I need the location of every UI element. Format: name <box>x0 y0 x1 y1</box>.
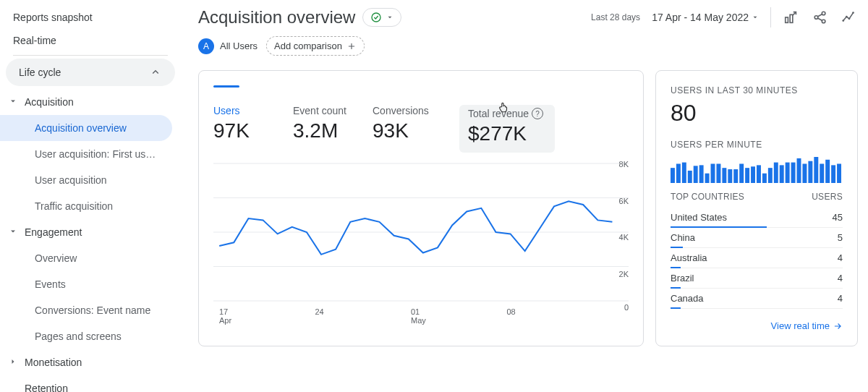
sidebar-item[interactable]: Acquisition overview <box>0 115 172 141</box>
insights-icon[interactable] <box>841 9 858 26</box>
view-realtime-link[interactable]: View real time <box>671 320 843 331</box>
sidebar-section-acquisition[interactable]: Acquisition <box>0 89 172 115</box>
divider <box>13 55 168 56</box>
svg-rect-1 <box>786 17 788 22</box>
metric-value: 97K <box>213 119 278 142</box>
sidebar-item[interactable]: Conversions: Event name <box>0 297 172 323</box>
caret-down-icon <box>386 14 393 21</box>
add-comparison-button[interactable]: Add comparison <box>266 36 365 56</box>
metric-label: Event count <box>293 105 358 116</box>
sidebar-item[interactable]: Traffic acquisition <box>0 193 172 219</box>
line-chart-svg <box>213 160 629 304</box>
svg-rect-44 <box>837 163 841 183</box>
filter-bar: A All Users Add comparison <box>198 36 858 56</box>
svg-point-8 <box>848 17 851 20</box>
topbar: Acquisition overview Last 28 days 17 Apr… <box>198 7 858 27</box>
svg-rect-30 <box>757 165 761 183</box>
sidebar-item-realtime[interactable]: Real-time <box>0 29 172 52</box>
svg-rect-31 <box>762 174 767 183</box>
metric-label: Conversions <box>373 105 438 116</box>
cursor-hand-icon <box>497 101 510 114</box>
sidebar-item[interactable]: User acquisition: First user … <box>0 141 172 167</box>
filter-chip-label: All Users <box>220 41 258 51</box>
upm-title: USERS PER MINUTE <box>671 140 843 150</box>
x-tick: 17Apr <box>219 307 315 325</box>
svg-rect-20 <box>699 165 704 183</box>
customize-report-icon[interactable] <box>783 9 800 26</box>
date-label: Last 28 days <box>591 12 640 22</box>
svg-rect-18 <box>688 171 692 183</box>
svg-rect-34 <box>780 165 784 183</box>
svg-rect-36 <box>791 163 796 183</box>
country-row: Brazil4 <box>671 268 843 289</box>
sidebar-item[interactable]: Pages and screens <box>0 323 172 349</box>
sidebar-section-retention[interactable]: Retention <box>0 375 172 392</box>
checkmark-circle-icon <box>370 12 382 23</box>
divider <box>770 7 771 27</box>
svg-rect-15 <box>671 168 675 183</box>
countries-head-right: USERS <box>812 192 843 202</box>
x-tick: 01May <box>411 307 507 325</box>
countries-head-left: TOP COUNTRIES <box>671 192 744 202</box>
sidebar-section-monetisation[interactable]: Monetisation <box>0 349 172 375</box>
sidebar-item-reports-snapshot[interactable]: Reports snapshot <box>0 6 172 29</box>
y-tick: 0 <box>624 303 629 312</box>
svg-point-9 <box>852 12 854 14</box>
country-row: China5 <box>671 228 843 248</box>
status-pill[interactable] <box>362 8 401 27</box>
metric-label: Users <box>213 105 278 116</box>
svg-rect-19 <box>694 166 698 183</box>
y-tick: 4K <box>619 233 629 242</box>
sidebar-item[interactable]: User acquisition <box>0 167 172 193</box>
realtime-card: USERS IN LAST 30 MINUTES 80 USERS PER MI… <box>655 70 858 346</box>
svg-rect-33 <box>774 163 778 183</box>
svg-point-6 <box>842 20 844 22</box>
sidebar-item[interactable]: Overview <box>0 245 172 271</box>
svg-rect-16 <box>676 163 681 183</box>
sidebar: Reports snapshot Real-time Life cycle Ac… <box>0 0 181 392</box>
metric-label: Total revenue ? <box>468 108 543 119</box>
svg-point-0 <box>372 13 380 22</box>
help-icon[interactable]: ? <box>532 108 543 119</box>
svg-rect-43 <box>831 165 835 183</box>
metric-tile[interactable]: Event count3.2M <box>293 105 373 153</box>
sidebar-item[interactable]: Events <box>0 271 172 297</box>
svg-rect-38 <box>802 163 807 183</box>
caret-down-icon <box>752 14 759 21</box>
realtime-title: USERS IN LAST 30 MINUTES <box>671 85 843 95</box>
svg-rect-22 <box>711 163 715 183</box>
y-tick: 6K <box>619 197 629 205</box>
svg-rect-27 <box>739 163 744 183</box>
overview-card: Users97KEvent count3.2MConversions93KTot… <box>198 70 644 346</box>
country-bar <box>671 307 681 309</box>
metric-tile[interactable]: Total revenue ?$277K <box>459 105 555 153</box>
y-tick: 2K <box>619 270 629 278</box>
svg-rect-2 <box>790 14 793 22</box>
filter-chip-all-users[interactable]: A All Users <box>198 38 258 54</box>
share-icon[interactable] <box>812 9 829 26</box>
svg-rect-39 <box>808 161 812 183</box>
metric-value: $277K <box>468 122 543 145</box>
date-range-picker[interactable]: 17 Apr - 14 May 2022 <box>652 12 759 23</box>
metric-value: 3.2M <box>293 119 358 142</box>
svg-rect-35 <box>786 163 790 183</box>
plus-icon <box>346 41 357 51</box>
x-tick: 24 <box>315 307 412 325</box>
metric-tile[interactable]: Conversions93K <box>373 105 452 153</box>
users-chart: 8K 6K 4K 2K 0 17Apr2401May08 <box>213 160 629 326</box>
sidebar-group-lifecycle[interactable]: Life cycle <box>6 59 175 86</box>
country-row: United States45 <box>671 208 843 228</box>
svg-rect-24 <box>722 168 726 183</box>
svg-rect-26 <box>733 169 738 183</box>
chevron-up-icon <box>149 66 162 79</box>
metric-value: 93K <box>373 119 438 142</box>
page-title: Acquisition overview <box>198 7 355 27</box>
caret-down-icon <box>9 96 17 108</box>
filter-chip-letter: A <box>198 38 214 54</box>
sidebar-section-engagement[interactable]: Engagement <box>0 219 172 245</box>
metric-tile[interactable]: Users97K <box>213 105 293 153</box>
svg-rect-21 <box>705 174 710 183</box>
svg-rect-17 <box>682 163 686 183</box>
svg-point-7 <box>846 16 848 18</box>
y-tick: 8K <box>619 160 629 169</box>
